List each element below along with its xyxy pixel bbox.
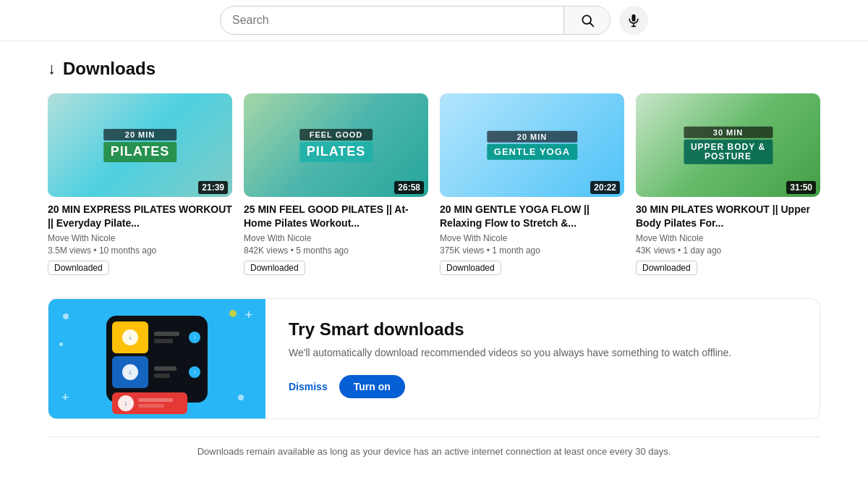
- phone-mockup: ↓ ↓ ↓: [106, 316, 208, 403]
- duration-badge-3: 20:22: [590, 181, 620, 194]
- video-card-2[interactable]: FEEL GOOD PILATES 26:58 25 MIN FEEL GOOD…: [244, 93, 428, 275]
- phone-row-2: ↓ ↓: [112, 356, 202, 388]
- download-icon: ↓: [48, 59, 56, 78]
- smart-downloads-title: Try Smart downloads: [289, 319, 731, 340]
- video-grid: 20 MIN PILATES 21:39 20 MIN EXPRESS PILA…: [48, 93, 820, 275]
- dot-4: [229, 310, 237, 317]
- thumb-min-4: 30 MIN: [684, 127, 773, 138]
- main-content: ↓ Downloads 20 MIN PILATES 21:39 20 MIN …: [36, 41, 832, 483]
- download-circle-3: ↓: [118, 395, 134, 411]
- thumb-min-2: FEEL GOOD: [299, 129, 373, 140]
- video-card-4[interactable]: 30 MIN UPPER BODY &POSTURE 31:50 30 MIN …: [636, 93, 820, 275]
- duration-badge-4: 31:50: [786, 181, 816, 194]
- download-circle-2: ↓: [122, 364, 138, 380]
- thumb-overlay-3: 20 MIN GENTLE YOGA: [487, 131, 577, 160]
- video-card-3[interactable]: 20 MIN GENTLE YOGA 20:22 20 MIN GENTLE Y…: [440, 93, 624, 275]
- plus-2: +: [61, 390, 69, 405]
- search-bar: [220, 6, 610, 35]
- thumb-label-4: UPPER BODY &POSTURE: [684, 140, 773, 164]
- video-title-3: 20 MIN GENTLE YOGA FLOW || Relaxing Flow…: [440, 203, 624, 229]
- thumb-min-3: 20 MIN: [487, 131, 577, 143]
- video-title-2: 25 MIN FEEL GOOD PILATES || At-Home Pila…: [244, 203, 428, 229]
- banner-actions: Dismiss Turn on: [289, 375, 731, 398]
- banner-illustration: + + ↓ ↓ ↓: [48, 299, 265, 418]
- turn-on-button[interactable]: Turn on: [339, 375, 405, 398]
- dot-2: [59, 342, 63, 346]
- dot-1: [63, 314, 69, 319]
- phone-card-red: ↓: [112, 392, 187, 414]
- banner-content: Try Smart downloads We'll automatically …: [265, 299, 754, 418]
- video-meta-1: Move With Nicole 3.5M views • 10 months …: [48, 232, 232, 257]
- thumb-min-1: 20 MIN: [103, 129, 177, 140]
- thumbnail-3[interactable]: 20 MIN GENTLE YOGA 20:22: [440, 93, 624, 197]
- dismiss-button[interactable]: Dismiss: [289, 381, 328, 392]
- thumb-overlay-2: FEEL GOOD PILATES: [299, 129, 373, 162]
- video-meta-4: Move With Nicole 43K views • 1 day ago: [636, 232, 820, 257]
- plus-1: +: [244, 308, 252, 323]
- video-meta-2: Move With Nicole 842K views • 5 months a…: [244, 232, 428, 257]
- mic-button[interactable]: [619, 6, 648, 35]
- thumb-label-2: PILATES: [299, 142, 373, 162]
- video-meta-3: Move With Nicole 375K views • 1 month ag…: [440, 232, 624, 257]
- downloads-header: ↓ Downloads: [48, 59, 820, 79]
- downloaded-badge-2: Downloaded: [244, 261, 305, 275]
- duration-badge-1: 21:39: [198, 181, 228, 194]
- search-button[interactable]: [563, 6, 610, 35]
- svg-rect-2: [632, 14, 636, 22]
- phone-card-blue: ↓: [112, 356, 148, 388]
- duration-badge-2: 26:58: [394, 181, 424, 194]
- thumbnail-2[interactable]: FEEL GOOD PILATES 26:58: [244, 93, 428, 197]
- downloaded-badge-1: Downloaded: [48, 261, 109, 275]
- page-title: Downloads: [63, 59, 156, 79]
- video-title-1: 20 MIN EXPRESS PILATES WORKOUT || Everyd…: [48, 203, 232, 229]
- smart-downloads-banner: + + ↓ ↓ ↓: [48, 298, 820, 419]
- phone-row-3: ↓: [112, 391, 202, 414]
- thumb-label-3: GENTLE YOGA: [487, 144, 577, 160]
- header: [0, 0, 868, 41]
- thumb-label-1: PILATES: [103, 142, 177, 162]
- mic-icon: [626, 13, 641, 28]
- video-title-4: 30 MIN PILATES WORKOUT || Upper Body Pil…: [636, 203, 820, 229]
- video-card-1[interactable]: 20 MIN PILATES 21:39 20 MIN EXPRESS PILA…: [48, 93, 232, 275]
- downloaded-badge-3: Downloaded: [440, 261, 501, 275]
- downloaded-badge-4: Downloaded: [636, 261, 697, 275]
- svg-line-1: [590, 23, 593, 27]
- footer-note: Downloads remain available as long as yo…: [48, 437, 820, 466]
- search-input[interactable]: [221, 14, 563, 27]
- thumbnail-1[interactable]: 20 MIN PILATES 21:39: [48, 93, 232, 197]
- thumbnail-4[interactable]: 30 MIN UPPER BODY &POSTURE 31:50: [636, 93, 820, 197]
- smart-downloads-desc: We'll automatically download recommended…: [289, 345, 731, 361]
- dot-3: [238, 395, 244, 400]
- phone-card-yellow: ↓: [112, 321, 148, 353]
- download-circle-1: ↓: [122, 329, 138, 345]
- phone-row-1: ↓ ↓: [112, 321, 202, 353]
- thumb-overlay-1: 20 MIN PILATES: [103, 129, 177, 162]
- thumb-overlay-4: 30 MIN UPPER BODY &POSTURE: [684, 127, 773, 164]
- search-icon: [580, 13, 595, 28]
